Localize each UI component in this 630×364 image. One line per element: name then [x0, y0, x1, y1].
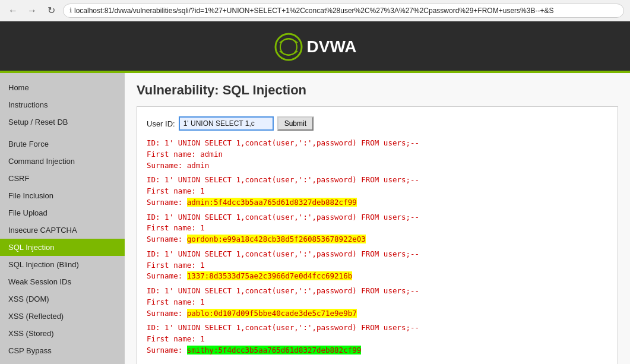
main-area: Home Instructions Setup / Reset DB Brute…: [0, 73, 630, 364]
result-2-surname: Surname: admin:5f4dcc3b5aa765d61d8327deb…: [147, 197, 608, 208]
refresh-button[interactable]: ↻: [44, 4, 58, 18]
address-text: localhost:81/dvwa/vulnerabilities/sqli/?…: [74, 7, 553, 15]
result-5-id: ID: 1' UNION SELECT 1,concat(user,':',pa…: [147, 286, 608, 297]
content-area: Vulnerability: SQL Injection User ID: Su…: [125, 73, 630, 364]
sidebar-divider-1: [0, 131, 125, 135]
result-4-id: ID: 1' UNION SELECT 1,concat(user,':',pa…: [147, 249, 608, 260]
sidebar-item-insecure-captcha[interactable]: Insecure CAPTCHA: [0, 221, 125, 239]
forward-button[interactable]: →: [25, 4, 39, 18]
sidebar-item-xss-reflected[interactable]: XSS (Reflected): [0, 308, 125, 325]
sidebar-item-sql-injection[interactable]: SQL Injection: [0, 239, 125, 256]
result-6: ID: 1' UNION SELECT 1,concat(user,':',pa…: [147, 322, 608, 356]
dvwa-logo: DVWA: [274, 32, 357, 62]
sidebar-item-javascript[interactable]: JavaScript: [0, 359, 125, 364]
sidebar-item-command-injection[interactable]: Command Injection: [0, 153, 125, 170]
userid-input[interactable]: [179, 116, 274, 131]
result-6-surname-value: smithy:5f4dcc3b5aa765d61d8327deb882cf99: [187, 346, 362, 354]
sidebar-item-weak-session-ids[interactable]: Weak Session IDs: [0, 273, 125, 290]
sidebar-item-file-inclusion[interactable]: File Inclusion: [0, 187, 125, 204]
result-3-firstname: First name: 1: [147, 223, 608, 234]
vulnerability-box: User ID: Submit ID: 1' UNION SELECT 1,co…: [137, 106, 618, 364]
result-5-firstname: First name: 1: [147, 297, 608, 308]
userid-row: User ID: Submit: [147, 116, 608, 131]
back-button[interactable]: ←: [6, 4, 20, 18]
site-header: DVWA: [0, 21, 630, 73]
result-5-surname: Surname: pablo:0d107d09f5bbe40cade3de5c7…: [147, 308, 608, 319]
submit-button[interactable]: Submit: [277, 116, 314, 131]
result-2-firstname: First name: 1: [147, 186, 608, 197]
lock-icon: ℹ: [69, 7, 72, 14]
result-4-surname-value: 1337:8d3533d75ae2c3966d7e0d4fcc69216b: [187, 271, 352, 280]
result-1-id: ID: 1' UNION SELECT 1,concat(user,':',pa…: [147, 138, 608, 149]
dvwa-logo-svg: [274, 32, 303, 62]
result-6-id: ID: 1' UNION SELECT 1,concat(user,':',pa…: [147, 322, 608, 334]
sidebar-item-xss-stored[interactable]: XSS (Stored): [0, 325, 125, 342]
result-3-id: ID: 1' UNION SELECT 1,concat(user,':',pa…: [147, 212, 608, 223]
sidebar-item-setup[interactable]: Setup / Reset DB: [0, 113, 125, 131]
sidebar: Home Instructions Setup / Reset DB Brute…: [0, 73, 125, 364]
svg-point-0: [276, 34, 302, 60]
sidebar-item-csrf[interactable]: CSRF: [0, 170, 125, 187]
result-3-surname-value: gordonb:e99a18c428cb38d5f260853678922e03: [187, 235, 366, 243]
sidebar-item-brute-force[interactable]: Brute Force: [0, 135, 125, 153]
sidebar-item-instructions[interactable]: Instructions: [0, 96, 125, 113]
result-6-surname: Surname: smithy:5f4dcc3b5aa765d61d8327de…: [147, 345, 608, 356]
sidebar-item-file-upload[interactable]: File Upload: [0, 204, 125, 221]
result-4: ID: 1' UNION SELECT 1,concat(user,':',pa…: [147, 249, 608, 282]
browser-chrome: ← → ↻ ℹ localhost:81/dvwa/vulnerabilitie…: [0, 0, 630, 21]
result-4-firstname: First name: 1: [147, 260, 608, 271]
page-wrapper: DVWA Home Instructions Setup / Reset DB …: [0, 21, 630, 364]
page-title: Vulnerability: SQL Injection: [137, 83, 618, 98]
sidebar-item-sql-injection-blind[interactable]: SQL Injection (Blind): [0, 256, 125, 273]
logo-text: DVWA: [307, 37, 357, 56]
sidebar-item-csp-bypass[interactable]: CSP Bypass: [0, 342, 125, 359]
result-3: ID: 1' UNION SELECT 1,concat(user,':',pa…: [147, 212, 608, 245]
sidebar-item-xss-dom[interactable]: XSS (DOM): [0, 290, 125, 308]
result-3-surname: Surname: gordonb:e99a18c428cb38d5f260853…: [147, 234, 608, 245]
result-1-firstname: First name: admin: [147, 149, 608, 160]
result-6-firstname: First name: 1: [147, 334, 608, 345]
userid-label: User ID:: [147, 119, 175, 128]
result-5: ID: 1' UNION SELECT 1,concat(user,':',pa…: [147, 286, 608, 319]
result-1: ID: 1' UNION SELECT 1,concat(user,':',pa…: [147, 138, 608, 171]
address-bar[interactable]: ℹ localhost:81/dvwa/vulnerabilities/sqli…: [63, 4, 624, 18]
result-5-surname-value: pablo:0d107d09f5bbe40cade3de5c71e9e9b7: [187, 309, 357, 318]
result-2: ID: 1' UNION SELECT 1,concat(user,':',pa…: [147, 175, 608, 208]
sidebar-item-home[interactable]: Home: [0, 79, 125, 96]
result-4-surname: Surname: 1337:8d3533d75ae2c3966d7e0d4fcc…: [147, 271, 608, 282]
result-2-surname-value: admin:5f4dcc3b5aa765d61d8327deb882cf99: [187, 198, 357, 207]
result-2-id: ID: 1' UNION SELECT 1,concat(user,':',pa…: [147, 175, 608, 186]
result-1-surname: Surname: admin: [147, 160, 608, 172]
